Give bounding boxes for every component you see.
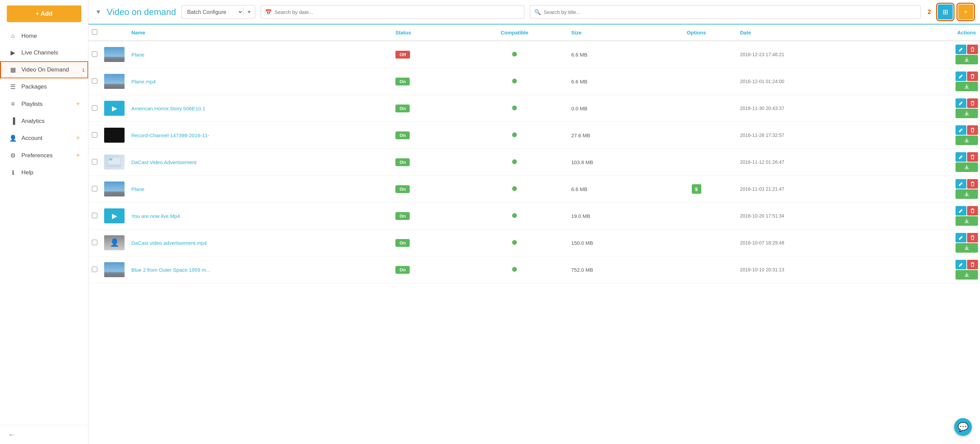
- collapse-button[interactable]: ←: [8, 431, 15, 439]
- download-button[interactable]: [956, 109, 978, 118]
- select-all-checkbox[interactable]: [92, 29, 97, 35]
- row-checkbox[interactable]: [92, 213, 97, 218]
- row-checkbox[interactable]: [92, 78, 97, 84]
- row-checkbox[interactable]: [92, 105, 97, 111]
- row-checkbox[interactable]: [92, 132, 97, 137]
- edit-button[interactable]: [956, 233, 966, 243]
- row-checkbox[interactable]: [92, 240, 97, 245]
- sidebar-item-video-on-demand[interactable]: ▦Video On Demand1: [0, 61, 88, 78]
- edit-button[interactable]: [956, 125, 966, 135]
- row-checkbox[interactable]: [92, 186, 97, 192]
- table-body: PlaneOff6.6 MB2016-12-23 17:46:21Plane.m…: [89, 41, 980, 283]
- download-button[interactable]: [956, 270, 978, 279]
- chat-bubble[interactable]: 💬: [954, 418, 972, 436]
- sidebar-item-preferences[interactable]: ⚙Preferences+: [0, 147, 88, 164]
- video-on-demand-num-badge: 1: [82, 67, 85, 73]
- delete-button[interactable]: [967, 206, 978, 216]
- video-table: Name Status Compatible Size Options Date…: [89, 24, 980, 283]
- compatible-indicator: [512, 133, 517, 137]
- playlists-expand-icon[interactable]: +: [76, 100, 80, 108]
- batch-configure-arrow-icon[interactable]: ▼: [243, 9, 255, 14]
- svg-rect-8: [104, 192, 124, 196]
- download-button[interactable]: [956, 136, 978, 145]
- actions-cell: [894, 149, 980, 176]
- edit-button[interactable]: [956, 72, 966, 81]
- compatible-indicator: [512, 105, 517, 110]
- sidebar-item-playlists[interactable]: ≡Playlists+: [0, 95, 88, 113]
- status-badge: On: [395, 239, 410, 247]
- monetize-icon[interactable]: $: [692, 184, 701, 194]
- video-thumbnail: 👤: [104, 235, 124, 250]
- video-name[interactable]: American.Horror.Story.S06E10.1: [131, 105, 205, 111]
- date-search-input[interactable]: [275, 9, 520, 15]
- edit-button[interactable]: [956, 260, 966, 269]
- row-checkbox[interactable]: [92, 159, 97, 165]
- download-button[interactable]: [956, 189, 978, 199]
- video-name[interactable]: Plane: [131, 186, 144, 192]
- video-name[interactable]: Plane.mp4: [131, 79, 156, 85]
- upload-date: 2016-12-23 17:46:21: [737, 41, 894, 68]
- video-name[interactable]: Record-Channel-147398-2016-11-: [131, 133, 209, 138]
- count-badge: 2: [928, 8, 931, 16]
- edit-button[interactable]: [956, 152, 966, 162]
- download-button[interactable]: [956, 55, 978, 64]
- sidebar-item-help[interactable]: ℹHelp: [0, 164, 88, 181]
- col-size[interactable]: Size: [568, 24, 656, 41]
- actions-cell: [894, 176, 980, 203]
- account-label: Account: [21, 135, 73, 142]
- video-name[interactable]: DaCast Video Advertisement: [131, 159, 197, 165]
- col-date[interactable]: Date: [737, 24, 894, 41]
- edit-button[interactable]: [956, 179, 966, 188]
- col-name[interactable]: Name: [128, 24, 392, 41]
- batch-configure-select[interactable]: Batch Configure: [182, 5, 243, 18]
- edit-button[interactable]: [956, 45, 966, 54]
- delete-button[interactable]: [967, 72, 978, 81]
- video-thumbnail: [104, 47, 124, 62]
- svg-rect-6: [109, 158, 112, 160]
- delete-button[interactable]: [967, 233, 978, 243]
- delete-button[interactable]: [967, 260, 978, 269]
- home-label: Home: [21, 33, 80, 40]
- status-badge: On: [395, 105, 410, 112]
- sidebar-item-account[interactable]: 👤Account+: [0, 129, 88, 147]
- account-expand-icon[interactable]: +: [76, 134, 80, 142]
- add-button[interactable]: + Add: [7, 5, 81, 22]
- delete-button[interactable]: [967, 152, 978, 162]
- download-button[interactable]: [956, 82, 978, 91]
- download-button[interactable]: [956, 243, 978, 252]
- preferences-expand-icon[interactable]: +: [76, 152, 80, 159]
- video-name[interactable]: Blue 2 from Outer Space 1959 m...: [131, 267, 210, 273]
- sidebar-item-home[interactable]: ⌂Home: [0, 27, 88, 44]
- sidebar-item-analytics[interactable]: ▐Analytics: [0, 113, 88, 129]
- edit-button[interactable]: [956, 98, 966, 108]
- upload-date: 2016-10-10 20:31:13: [737, 256, 894, 283]
- playlists-icon: ≡: [9, 101, 17, 108]
- chevron-icon[interactable]: ▼: [95, 8, 102, 16]
- title-search-input[interactable]: [544, 9, 916, 15]
- delete-button[interactable]: [967, 45, 978, 54]
- sidebar-nav: ⌂Home▶Live Channels▦Video On Demand1☰Pac…: [0, 27, 88, 425]
- col-status[interactable]: Status: [392, 24, 461, 41]
- delete-button[interactable]: [967, 98, 978, 108]
- video-name[interactable]: DaCast video advertisement.mp4: [131, 240, 207, 246]
- row-checkbox[interactable]: [92, 51, 97, 57]
- video-thumbnail: [104, 262, 124, 277]
- options-cell: [656, 95, 737, 122]
- video-on-demand-label: Video On Demand: [21, 66, 80, 73]
- delete-button[interactable]: [967, 125, 978, 135]
- video-name[interactable]: You are now live.Mp4: [131, 213, 180, 219]
- delete-button[interactable]: [967, 179, 978, 188]
- upload-date: 2016-10-20 17:51:34: [737, 203, 894, 230]
- download-button[interactable]: [956, 163, 978, 172]
- video-name[interactable]: Plane: [131, 52, 144, 57]
- grid-view-button[interactable]: ⊞: [938, 5, 953, 19]
- file-size: 6.6 MB: [568, 41, 656, 68]
- row-checkbox[interactable]: [92, 267, 97, 272]
- status-badge: On: [395, 212, 410, 220]
- edit-button[interactable]: [956, 206, 966, 216]
- download-button[interactable]: [956, 216, 978, 226]
- sidebar-item-live-channels[interactable]: ▶Live Channels: [0, 44, 88, 61]
- sidebar-item-packages[interactable]: ☰Packages: [0, 78, 88, 95]
- add-video-button[interactable]: +: [958, 5, 973, 19]
- file-size: 752.0 MB: [568, 256, 656, 283]
